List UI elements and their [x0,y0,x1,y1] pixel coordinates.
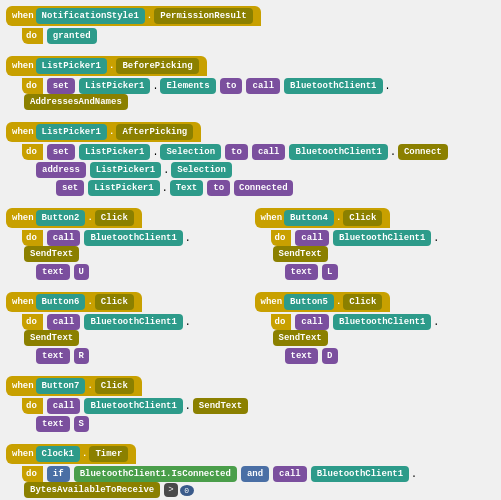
op-block-7[interactable]: > [164,483,177,497]
addresses-block[interactable]: AddressesAndNames [24,94,128,110]
text-row-4b: text L [255,264,496,280]
do-4a: do [22,230,43,246]
dot-4a: . [87,213,92,223]
when-block-7[interactable]: when Clock1 . Timer [6,444,136,464]
button2-block[interactable]: Button2 [36,210,86,226]
when-row-6: when Button7 . Click [6,376,495,396]
bt-4b[interactable]: BluetoothClient1 [333,230,431,246]
do-5a: do [22,314,43,330]
call-5b[interactable]: call [295,314,329,330]
listpicker1-before-block[interactable]: ListPicker1 [36,58,107,74]
sendtext-4a[interactable]: SendText [24,246,79,262]
addr-prop[interactable]: Selection [171,162,232,178]
sendtext-6[interactable]: SendText [193,398,248,414]
selection-prop[interactable]: Selection [160,144,221,160]
set-target-2[interactable]: ListPicker1 [79,78,150,94]
when-block-1[interactable]: when NotificationStyle1 . PermissionResu… [6,6,261,26]
when-row-5a: when Button6 . Click [6,292,247,312]
bt-4a[interactable]: BluetoothClient1 [84,230,182,246]
sendtext-5b[interactable]: SendText [273,330,328,346]
call-4a[interactable]: call [47,230,81,246]
click-6[interactable]: Click [95,378,134,394]
text-row-4a: text U [6,264,247,280]
when-block-5b[interactable]: when Button5 . Click [255,292,391,312]
block-group-5b: when Button5 . Click do call BluetoothCl… [255,292,496,364]
click-4a[interactable]: Click [95,210,134,226]
two-col-5: when Button6 . Click do call BluetoothCl… [6,292,495,372]
call-label-2[interactable]: call [246,78,280,94]
granted-block[interactable]: granted [47,28,97,44]
sendtext-5a[interactable]: SendText [24,330,79,346]
listpicker1-after-block[interactable]: ListPicker1 [36,124,107,140]
call-label-3a[interactable]: call [252,144,286,160]
and-block-7[interactable]: and [241,466,269,482]
when-block-3[interactable]: when ListPicker1 . AfterPicking [6,122,201,142]
text-val-6[interactable]: S [74,416,89,432]
click-5b[interactable]: Click [343,294,382,310]
bytes-avail-block[interactable]: BytesAvailableToReceive [24,482,160,498]
call-4b[interactable]: call [295,230,329,246]
block-row-address: address ListPicker1 . Selection [6,162,495,178]
block-row-when-1: when NotificationStyle1 . PermissionResu… [6,6,495,26]
connect-block[interactable]: Connect [398,144,448,160]
elements-block[interactable]: Elements [160,78,215,94]
when-block-5a[interactable]: when Button6 . Click [6,292,142,312]
lp-addr-val[interactable]: ListPicker1 [90,162,161,178]
after-picking-block[interactable]: AfterPicking [116,124,193,140]
connected-string[interactable]: Connected [234,180,293,196]
timer-block[interactable]: Timer [89,446,128,462]
col-4b: when Button4 . Click do call BluetoothCl… [255,208,496,288]
bt-cond2-7[interactable]: BluetoothClient1 [311,466,409,482]
button5-block[interactable]: Button5 [284,294,334,310]
if-block-7[interactable]: if [47,466,70,482]
dot-3a: . [152,147,158,158]
text-val-4a[interactable]: U [74,264,89,280]
bt-client-3a[interactable]: BluetoothClient1 [289,144,387,160]
bt-client-2[interactable]: BluetoothClient1 [284,78,382,94]
call-cond-7[interactable]: call [273,466,307,482]
dot-set-2: . [152,81,158,92]
clock1-block[interactable]: Clock1 [36,446,80,462]
when-label-4a: when [12,213,34,223]
when-block-6[interactable]: when Button7 . Click [6,376,142,396]
when-row-7: when Clock1 . Timer [6,444,495,464]
cond-value-7[interactable]: BluetoothClient1 . IsConnected [74,466,237,482]
set-label-2[interactable]: set [47,78,75,94]
lp-selection-target[interactable]: ListPicker1 [79,144,150,160]
set-label-3b[interactable]: set [56,180,84,196]
when-row-4a: when Button2 . Click [6,208,247,228]
text-prop-3b[interactable]: Text [170,180,204,196]
block-group-7: when Clock1 . Timer do if BluetoothClien… [6,444,495,500]
dot-addr: . [163,165,169,176]
when-block-4a[interactable]: when Button2 . Click [6,208,142,228]
permission-result-block[interactable]: PermissionResult [154,8,252,24]
do-7: do [22,466,43,482]
text-val-5a[interactable]: R [74,348,89,364]
when-label-3: when [12,127,34,137]
val-block-7[interactable]: 0 [180,485,194,496]
button6-block[interactable]: Button6 [36,294,86,310]
do-4b: do [271,230,292,246]
call-5a[interactable]: call [47,314,81,330]
sendtext-4b[interactable]: SendText [273,246,328,262]
when-label-1: when [12,11,34,21]
before-picking-block[interactable]: BeforePicking [116,58,198,74]
button4-block[interactable]: Button4 [284,210,334,226]
when-block-4b[interactable]: when Button4 . Click [255,208,391,228]
button7-block[interactable]: Button7 [36,378,86,394]
block-group-4a: when Button2 . Click do call BluetoothCl… [6,208,247,280]
text-val-5b[interactable]: D [322,348,337,364]
call-6[interactable]: call [47,398,81,414]
click-4b[interactable]: Click [343,210,382,226]
bt-6[interactable]: BluetoothClient1 [84,398,182,414]
when-block-2[interactable]: when ListPicker1 . BeforePicking [6,56,207,76]
block-row-do-3b: set ListPicker1 . Text to Connected [6,180,495,196]
bt-5b[interactable]: BluetoothClient1 [333,314,431,330]
text-val-4b[interactable]: L [322,264,337,280]
notification-style-block[interactable]: NotificationStyle1 [36,8,145,24]
lp-text-target[interactable]: ListPicker1 [88,180,159,196]
set-label-3a[interactable]: set [47,144,75,160]
do-6: do [22,398,43,414]
bt-5a[interactable]: BluetoothClient1 [84,314,182,330]
click-5a[interactable]: Click [95,294,134,310]
